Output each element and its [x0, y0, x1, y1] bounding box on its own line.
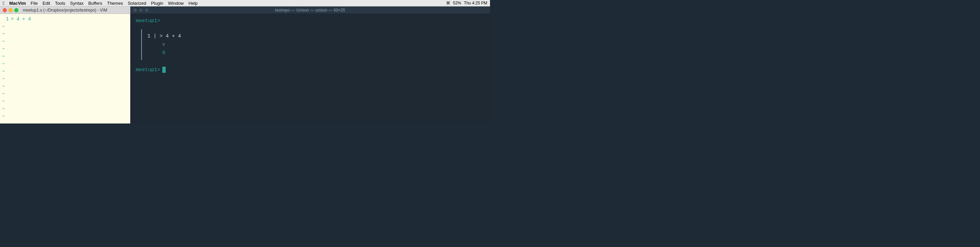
editor-content[interactable]: 1 > 4 + 4 ~ ~ ~ ~ ~ ~ ~ ~ ~ ~ ~ ~ ~	[0, 14, 130, 123]
menu-edit[interactable]: Edit	[43, 1, 50, 6]
battery-percent: 52%	[453, 1, 461, 5]
terminal-minimize-button[interactable]	[139, 8, 143, 12]
menu-macvim[interactable]: MacVim	[9, 1, 26, 6]
menu-tools[interactable]: Tools	[55, 1, 65, 6]
wifi-icon: ⌘	[446, 1, 450, 5]
terminal-cursor	[162, 67, 166, 73]
traffic-lights	[3, 8, 18, 12]
terminal-prompt-2: meetup1>	[136, 67, 485, 73]
tilde-3: ~	[0, 38, 130, 45]
terminal-expression: 1 | > 4 + 4	[142, 32, 485, 40]
tilde-5: ~	[0, 53, 130, 60]
minimize-button[interactable]	[8, 8, 13, 12]
menu-solarized[interactable]: Solarized	[127, 1, 146, 6]
tilde-2: ~	[0, 30, 130, 38]
menu-themes[interactable]: Themes	[107, 1, 123, 6]
tilde-11: ~	[0, 98, 130, 105]
tilde-9: ~	[0, 83, 130, 90]
apple-menu[interactable]: 	[3, 0, 5, 6]
terminal-evaluation-box: 1 | > 4 + 4 ▽ 8	[141, 29, 485, 60]
terminal-traffic-lights	[133, 8, 149, 12]
terminal-result: 8	[142, 49, 485, 57]
main-content: meetup1.u (~/Dropbox/projects/testrepo) …	[0, 6, 490, 123]
editor-title: meetup1.u (~/Dropbox/projects/testrepo) …	[23, 8, 107, 13]
code-line-1: 1 > 4 + 4	[0, 15, 130, 23]
menu-buffers[interactable]: Buffers	[89, 1, 102, 6]
tilde-1: ~	[0, 23, 130, 30]
editor-panel: meetup1.u (~/Dropbox/projects/testrepo) …	[0, 6, 130, 123]
menubar-right: ⌘ 52% Thu 4:25 PM	[446, 1, 487, 5]
tilde-12: ~	[0, 105, 130, 113]
tilde-8: ~	[0, 75, 130, 83]
tilde-7: ~	[0, 68, 130, 75]
tilde-13: ~	[0, 113, 130, 120]
menu-syntax[interactable]: Syntax	[70, 1, 84, 6]
terminal-panel: testrepo — Unison — unison — 60×35 meetu…	[130, 6, 490, 123]
terminal-titlebar: testrepo — Unison — unison — 60×35	[130, 6, 490, 14]
terminal-prompt-text-2: meetup1>	[136, 67, 160, 73]
terminal-maximize-button[interactable]	[145, 8, 149, 12]
tilde-6: ~	[0, 60, 130, 68]
close-button[interactable]	[3, 8, 7, 12]
menu-plugin[interactable]: Plugin	[151, 1, 163, 6]
terminal-title: testrepo — Unison — unison — 60×35	[275, 8, 345, 13]
terminal-content[interactable]: meetup1> 1 | > 4 + 4 ▽ 8 meetup1>	[130, 14, 490, 123]
terminal-arrow-icon: ▽	[142, 40, 485, 49]
line-content-1: > 4 + 4	[11, 15, 31, 23]
terminal-close-button[interactable]	[133, 8, 137, 12]
terminal-prompt-1: meetup1>	[136, 18, 485, 24]
menu-help[interactable]: Help	[189, 1, 198, 6]
clock: Thu 4:25 PM	[464, 1, 487, 5]
editor-titlebar: meetup1.u (~/Dropbox/projects/testrepo) …	[0, 6, 130, 14]
tilde-10: ~	[0, 90, 130, 98]
menubar-left:  MacVim File Edit Tools Syntax Buffers …	[3, 0, 441, 6]
menu-window[interactable]: Window	[168, 1, 184, 6]
line-number-1: 1	[2, 15, 9, 23]
tilde-4: ~	[0, 45, 130, 53]
menu-file[interactable]: File	[30, 1, 38, 6]
maximize-button[interactable]	[14, 8, 18, 12]
menubar:  MacVim File Edit Tools Syntax Buffers …	[0, 0, 490, 6]
